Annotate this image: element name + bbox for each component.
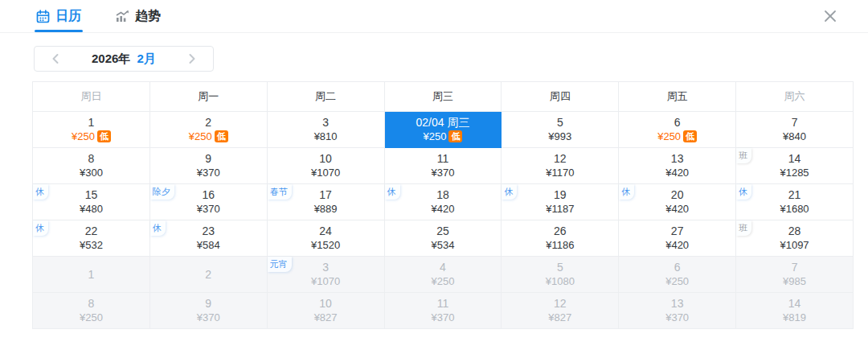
day-number: 10 — [319, 297, 332, 311]
day-number: 14 — [788, 297, 801, 311]
cell-content: 8¥300 — [33, 148, 149, 183]
day-number: 13 — [671, 297, 684, 311]
day-number: 21 — [788, 188, 801, 202]
day-cell[interactable]: 3¥810 — [267, 112, 384, 148]
day-cell[interactable]: 休19¥1187 — [502, 184, 619, 220]
day-cell[interactable]: 13¥370 — [619, 293, 736, 329]
low-price-badge: 低 — [683, 130, 697, 142]
price-line: ¥1070 — [311, 274, 340, 288]
price-text: ¥250 — [431, 274, 454, 288]
day-cell[interactable]: 11¥370 — [384, 148, 502, 184]
day-cell[interactable]: 班14¥1285 — [736, 148, 854, 184]
day-cell[interactable]: 除夕16¥370 — [149, 184, 267, 220]
weekday-header: 周五 — [619, 82, 736, 112]
rest-badge: 休 — [736, 184, 751, 200]
work-badge: 班 — [736, 148, 751, 163]
day-cell[interactable]: 6¥250 — [619, 257, 736, 293]
day-cell[interactable]: 春节17¥889 — [267, 184, 384, 220]
low-price-badge: 低 — [97, 130, 111, 142]
price-text: ¥827 — [314, 311, 338, 324]
day-cell[interactable]: 02/04 周三¥250低 — [384, 112, 502, 148]
price-text: ¥1070 — [311, 166, 340, 179]
day-number: 20 — [671, 188, 684, 202]
day-cell[interactable]: 11¥370 — [384, 293, 502, 329]
rest-badge: 休 — [502, 184, 517, 200]
price-text: ¥1520 — [311, 238, 340, 252]
day-cell[interactable]: 1¥250低 — [33, 112, 150, 148]
day-cell[interactable]: 9¥370 — [149, 148, 267, 184]
day-cell[interactable]: 休20¥420 — [619, 184, 736, 220]
cell-content: 26¥1186 — [502, 220, 618, 256]
day-number: 3 — [322, 261, 329, 274]
day-number: 23 — [202, 224, 215, 238]
calendar-icon — [36, 10, 50, 23]
cell-content: 4¥250 — [385, 257, 502, 292]
tab-trend[interactable]: 趋势 — [115, 0, 161, 32]
price-text: ¥250 — [665, 274, 689, 288]
day-number: 9 — [205, 297, 211, 311]
day-cell[interactable]: 27¥420 — [619, 220, 736, 257]
day-cell[interactable]: 5¥1080 — [502, 257, 619, 293]
price-text: ¥827 — [548, 311, 571, 324]
day-cell[interactable]: 13¥420 — [619, 148, 736, 184]
price-line: ¥420 — [665, 238, 689, 252]
day-cell[interactable]: 26¥1186 — [502, 220, 619, 257]
day-cell[interactable]: 2¥250低 — [149, 112, 267, 148]
day-cell[interactable]: 4¥250 — [384, 257, 502, 293]
day-cell[interactable]: 休18¥420 — [384, 184, 502, 220]
calendar-row: 休22¥532休23¥58424¥152025¥53426¥118627¥420… — [33, 220, 854, 257]
day-cell[interactable]: 14¥819 — [736, 293, 854, 329]
day-cell[interactable]: 12¥827 — [502, 293, 619, 329]
chevron-right-icon[interactable] — [183, 50, 201, 68]
day-number: 25 — [436, 224, 449, 238]
day-cell: 2 — [149, 257, 267, 293]
price-line: ¥827 — [548, 311, 571, 324]
day-number: 8 — [88, 297, 95, 311]
day-cell[interactable]: 10¥827 — [267, 293, 384, 329]
price-text: ¥370 — [431, 311, 454, 324]
chevron-left-icon[interactable] — [47, 50, 64, 68]
year-label: 2026年 — [92, 51, 130, 67]
day-number: 5 — [557, 261, 563, 274]
rest-badge: 休 — [385, 184, 400, 200]
cell-content: 11¥370 — [385, 148, 502, 183]
day-cell[interactable]: 9¥370 — [149, 293, 267, 329]
day-cell[interactable]: 休23¥584 — [149, 220, 267, 257]
day-cell[interactable]: 7¥840 — [736, 112, 854, 148]
day-number: 1 — [88, 268, 95, 282]
price-text: ¥1186 — [546, 238, 574, 252]
tab-calendar[interactable]: 日历 — [36, 0, 81, 32]
day-cell[interactable]: 25¥534 — [384, 220, 502, 257]
day-cell[interactable]: 7¥985 — [736, 257, 854, 293]
day-number: 17 — [319, 188, 332, 202]
price-line: ¥250 — [665, 274, 689, 288]
price-line: ¥1186 — [546, 238, 574, 252]
cell-content: 14¥819 — [736, 293, 853, 328]
day-cell[interactable]: 10¥1070 — [267, 148, 384, 184]
price-line: ¥370 — [431, 311, 454, 324]
day-cell[interactable]: 休22¥532 — [33, 220, 150, 257]
day-cell[interactable]: 元宵3¥1070 — [267, 257, 384, 293]
day-cell[interactable]: 6¥250低 — [619, 112, 736, 148]
tab-bar: 日历 趋势 — [0, 0, 868, 33]
cell-content: 5¥993 — [502, 112, 618, 147]
cell-content: 7¥840 — [736, 112, 853, 147]
close-icon[interactable] — [820, 6, 841, 27]
price-text: ¥250 — [80, 311, 103, 324]
day-number: 7 — [792, 116, 798, 130]
day-cell[interactable]: 5¥993 — [502, 112, 619, 148]
day-cell[interactable]: 12¥1170 — [502, 148, 619, 184]
day-cell[interactable]: 休21¥1680 — [736, 184, 854, 220]
day-number: 02/04 周三 — [416, 116, 469, 130]
calendar-row: 休15¥480除夕16¥370春节17¥889休18¥420休19¥1187休2… — [33, 184, 854, 220]
day-number: 28 — [788, 224, 801, 238]
cell-content: 1 — [33, 257, 149, 292]
day-cell[interactable]: 24¥1520 — [267, 220, 384, 257]
day-cell[interactable]: 班28¥1097 — [736, 220, 854, 257]
price-line: ¥250低 — [72, 130, 111, 143]
day-cell[interactable]: 8¥250 — [33, 293, 150, 329]
price-line: ¥1080 — [546, 274, 575, 288]
price-line: ¥1680 — [780, 202, 809, 216]
day-cell[interactable]: 8¥300 — [33, 148, 150, 184]
day-cell[interactable]: 休15¥480 — [33, 184, 150, 220]
